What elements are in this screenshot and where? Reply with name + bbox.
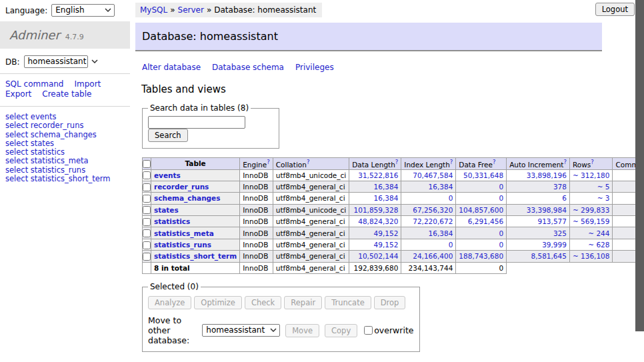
language-select[interactable]: English: [51, 4, 115, 17]
column-help-link[interactable]: ?: [591, 159, 594, 165]
move-database-select[interactable]: homeassistant: [202, 324, 280, 337]
column-help-link[interactable]: ?: [395, 159, 399, 165]
breadcrumb-server-link[interactable]: Server: [178, 5, 204, 15]
database-schema-link[interactable]: Database schema: [212, 63, 284, 72]
collation-cell: utf8mb4_general_ci: [273, 227, 349, 239]
auto-increment-cell: 6: [507, 193, 570, 204]
total-data-free-cell: 0: [456, 262, 507, 273]
privileges-link[interactable]: Privileges: [295, 63, 334, 72]
row-checkbox-cell: [143, 204, 151, 215]
drop-button[interactable]: Drop: [374, 296, 406, 309]
table-name-cell: statistics_short_term: [151, 251, 240, 262]
repair-button[interactable]: Repair: [284, 296, 322, 309]
db-select[interactable]: homeassistant: [24, 55, 88, 68]
row-checkbox[interactable]: [143, 218, 151, 226]
table-name-link[interactable]: states: [154, 206, 179, 214]
sidebar-select-link[interactable]: select statistics_runs: [5, 165, 85, 175]
data-free-cell: 0: [456, 193, 507, 204]
overwrite-label: overwrite: [374, 325, 413, 335]
db-select-value: homeassistant: [28, 57, 87, 66]
row-checkbox[interactable]: [143, 195, 151, 203]
rows-cell: ~ 3: [569, 193, 613, 204]
search-button[interactable]: Search: [148, 129, 188, 142]
row-checkbox[interactable]: [143, 229, 151, 237]
row-checkbox[interactable]: [143, 171, 151, 179]
row-checkbox[interactable]: [143, 183, 151, 191]
table-name-link[interactable]: statistics_short_term: [154, 252, 237, 260]
breadcrumb-mysql-link[interactable]: MySQL: [140, 5, 167, 15]
total-data-length-cell: 192,839,680: [349, 262, 401, 273]
engine-cell: InnoDB: [240, 227, 273, 239]
logout-button[interactable]: Logout: [595, 3, 635, 16]
app-name: Adminer: [9, 28, 60, 42]
table-name-link[interactable]: events: [154, 171, 181, 179]
column-header-label: Table: [185, 159, 206, 167]
column-help-link[interactable]: ?: [563, 159, 567, 165]
table-name-link[interactable]: schema_changes: [154, 194, 221, 202]
table-name-link[interactable]: statistics_meta: [154, 229, 214, 237]
row-checkbox-cell: [143, 216, 151, 227]
app-version[interactable]: 4.7.9: [65, 33, 84, 41]
data-free-cell: 104,857,600: [456, 204, 507, 215]
copy-button[interactable]: Copy: [325, 324, 357, 337]
column-header-label: Collation: [276, 161, 307, 169]
table-name-link[interactable]: recorder_runs: [154, 183, 209, 191]
column-header-label: Data Length: [352, 161, 395, 169]
index-length-cell: 0: [401, 193, 456, 204]
column-help-link[interactable]: ?: [267, 159, 270, 165]
page-title: Database: homeassistant: [135, 23, 602, 51]
alter-database-link[interactable]: Alter database: [142, 63, 201, 72]
column-header-collation: Collation?: [273, 158, 349, 170]
sidebar-list-item: select statistics: [5, 148, 125, 157]
column-help-link[interactable]: ?: [493, 159, 496, 165]
row-checkbox[interactable]: [143, 253, 151, 261]
table-name-cell: statistics_runs: [151, 239, 240, 250]
table-name-link[interactable]: statistics_runs: [154, 241, 211, 249]
sidebar-select-link[interactable]: select events: [5, 112, 57, 121]
column-help-link[interactable]: ?: [450, 159, 453, 165]
move-button[interactable]: Move: [285, 324, 319, 337]
auto-increment-cell: 325: [507, 227, 570, 239]
truncate-button[interactable]: Truncate: [325, 296, 371, 309]
engine-cell: InnoDB: [240, 169, 273, 181]
sidebar-select-link[interactable]: select schema_changes: [5, 130, 97, 139]
auto-increment-cell: 913,577: [507, 216, 570, 227]
column-header-label: Index Length: [404, 161, 449, 169]
row-checkbox[interactable]: [143, 241, 151, 249]
analyze-button[interactable]: Analyze: [148, 296, 191, 309]
sidebar-select-link[interactable]: select statistics: [5, 147, 65, 157]
sql-command-link[interactable]: SQL command: [5, 79, 63, 89]
column-header-table: Table: [151, 158, 240, 170]
optimize-button[interactable]: Optimize: [194, 296, 242, 309]
export-link[interactable]: Export: [5, 89, 31, 99]
check-button[interactable]: Check: [245, 296, 281, 309]
select-all-checkbox[interactable]: [143, 160, 151, 168]
table-row: statisticsInnoDButf8mb4_general_ci48,824…: [143, 216, 644, 227]
collation-cell: utf8mb4_unicode_ci: [273, 169, 349, 181]
auto-increment-cell: 33,398,984: [507, 204, 570, 215]
table-name-link[interactable]: statistics: [154, 217, 190, 225]
table-name-cell: events: [151, 169, 240, 181]
row-checkbox[interactable]: [143, 206, 151, 214]
overwrite-checkbox[interactable]: [364, 326, 373, 335]
sidebar-select-link[interactable]: select recorder_runs: [5, 121, 83, 130]
column-help-link[interactable]: ?: [307, 159, 310, 165]
import-link[interactable]: Import: [74, 79, 101, 89]
search-fieldset: Search data in tables (8) Search: [142, 103, 279, 149]
rows-cell: ~ 299,833: [569, 204, 613, 215]
search-input[interactable]: [148, 116, 245, 129]
breadcrumb-separator: »: [207, 5, 211, 15]
sidebar-select-link[interactable]: select statistics_meta: [5, 156, 89, 165]
table-name-cell: recorder_runs: [151, 181, 240, 192]
vertical-scrollbar-thumb[interactable]: [635, 0, 644, 331]
create-table-link[interactable]: Create table: [42, 89, 91, 99]
column-header-auto-increment: Auto Increment?: [507, 158, 570, 170]
auto-increment-cell: 378: [507, 181, 570, 192]
sidebar-select-link[interactable]: select statistics_short_term: [5, 174, 110, 183]
collation-cell: utf8mb4_general_ci: [273, 181, 349, 192]
engine-cell: InnoDB: [240, 239, 273, 250]
total-index-length-cell: 234,143,744: [401, 262, 456, 273]
table-total-row: 8 in totalInnoDButf8mb4_general_ci192,83…: [143, 262, 644, 273]
engine-cell: InnoDB: [240, 181, 273, 192]
sidebar-select-link[interactable]: select states: [5, 139, 54, 148]
